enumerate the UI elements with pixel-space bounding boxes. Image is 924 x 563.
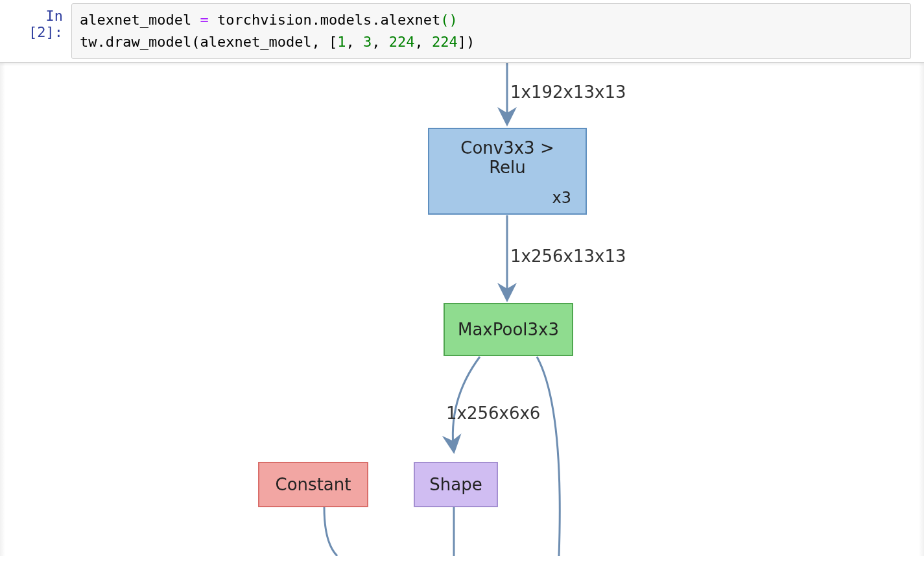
code-token: ,: [415, 34, 432, 50]
cell-output: 1x192x13x13 1x256x13x13 1x256x6x6 Conv3x…: [0, 63, 924, 556]
edge-label: 1x256x6x6: [446, 403, 540, 423]
code-token: ,: [372, 34, 389, 50]
code-token-paren: (): [440, 12, 458, 28]
node-label: Conv3x3 > Relu: [444, 138, 571, 177]
code-token: ,: [346, 34, 364, 50]
code-token-op: =: [200, 12, 208, 28]
cell-prompt: In [2]:: [0, 0, 68, 62]
code-cell: In [2]: alexnet_model = torchvision.mode…: [0, 0, 924, 63]
edge-label: 1x256x13x13: [510, 246, 626, 266]
graph-edge: [537, 357, 560, 556]
node-sublabel: x3: [444, 189, 571, 207]
graph-edge: [324, 507, 337, 556]
node-shape[interactable]: Shape: [414, 462, 498, 507]
code-token: torchvision.models.alexnet: [209, 12, 441, 28]
node-label: Constant: [276, 475, 351, 494]
node-conv-relu[interactable]: Conv3x3 > Relu x3: [428, 128, 587, 215]
code-token: tw.draw_model(alexnet_model, [: [80, 34, 337, 50]
code-token-num: 1: [337, 34, 346, 50]
node-constant[interactable]: Constant: [258, 462, 368, 507]
code-token: alexnet_model: [80, 12, 200, 28]
code-token: ]): [458, 34, 475, 50]
code-token-num: 224: [432, 34, 458, 50]
node-maxpool[interactable]: MaxPool3x3: [444, 303, 573, 356]
code-token-num: 224: [389, 34, 415, 50]
node-label: Shape: [429, 475, 482, 494]
node-label: MaxPool3x3: [458, 320, 559, 339]
code-input[interactable]: alexnet_model = torchvision.models.alexn…: [71, 3, 911, 59]
edge-label: 1x192x13x13: [510, 82, 626, 102]
code-token-num: 3: [363, 34, 372, 50]
